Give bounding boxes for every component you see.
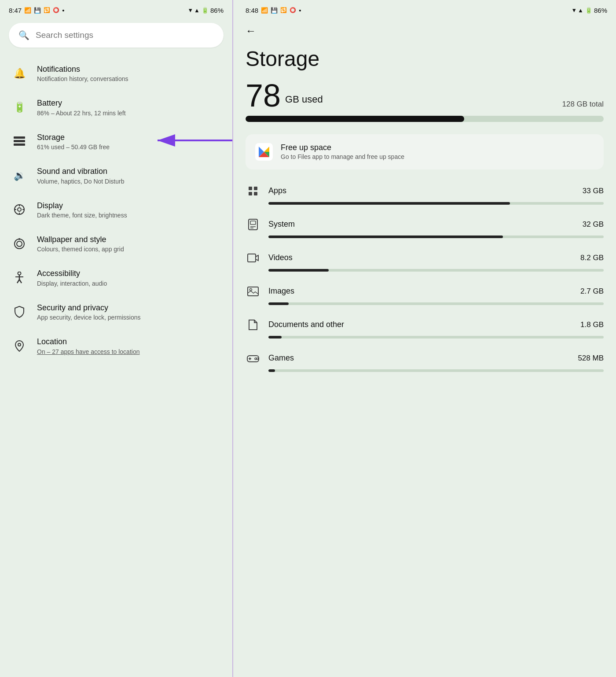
svg-point-11 xyxy=(17,241,22,247)
svg-rect-1 xyxy=(14,140,25,142)
right-status-left: 8:48 📶 💾 🔁 ⭕ • xyxy=(246,7,301,14)
wallpaper-text: Wallpaper and style Colours, themed icon… xyxy=(37,235,124,253)
storage-sub: 61% used – 50.49 GB free xyxy=(37,143,110,151)
documents-bar-fill xyxy=(268,336,282,338)
files-app-icon xyxy=(255,143,273,161)
svg-rect-29 xyxy=(250,221,256,224)
storage-title: Storage xyxy=(37,132,110,143)
images-row: Images 2.7 GB xyxy=(246,284,604,299)
system-label: System xyxy=(268,220,575,229)
storage-categories: Apps 33 GB System 32 GB xyxy=(233,177,616,677)
settings-item-accessibility[interactable]: Accessibility Display, interaction, audi… xyxy=(0,261,232,294)
svg-point-37 xyxy=(257,358,258,360)
sound-sub: Volume, haptics, Do Not Disturb xyxy=(37,178,124,185)
wifi-icon: ▾ xyxy=(189,6,192,14)
category-system[interactable]: System 32 GB xyxy=(246,211,604,244)
system-row: System 32 GB xyxy=(246,217,604,232)
svg-point-34 xyxy=(250,288,252,291)
svg-point-12 xyxy=(18,238,20,240)
security-sub: App security, device lock, permissions xyxy=(37,314,141,321)
right-battery-pct: 86% xyxy=(594,7,607,14)
wallpaper-title: Wallpaper and style xyxy=(37,235,124,245)
storage-text: Storage 61% used – 50.49 GB free xyxy=(37,132,110,151)
display-sub: Dark theme, font size, brightness xyxy=(37,212,127,219)
settings-item-wallpaper[interactable]: Wallpaper and style Colours, themed icon… xyxy=(0,227,232,261)
location-text: Location On – 27 apps have access to loc… xyxy=(37,337,139,355)
left-status-right: ▾ ▲ 🔋 86% xyxy=(189,6,224,14)
accessibility-title: Accessibility xyxy=(37,269,107,279)
battery-sub: 86% – About 22 hrs, 12 mins left xyxy=(37,110,126,117)
search-bar-container[interactable]: 🔍 xyxy=(9,23,224,48)
images-bar xyxy=(268,302,604,305)
svg-rect-32 xyxy=(248,254,256,262)
svg-rect-2 xyxy=(14,143,25,146)
games-icon xyxy=(246,351,260,366)
apps-bar xyxy=(268,202,604,205)
location-sub: On – 27 apps have access to location xyxy=(37,348,139,355)
storage-numbers: 78GB used xyxy=(246,80,323,111)
system-bar-fill xyxy=(268,235,503,238)
sound-title: Sound and vibration xyxy=(37,166,124,177)
documents-label: Documents and other xyxy=(268,320,572,329)
storage-progress-bar xyxy=(246,116,604,122)
storage-setting-icon xyxy=(12,136,26,146)
wallpaper-sub: Colours, themed icons, app grid xyxy=(37,246,124,253)
apps-row: Apps 33 GB xyxy=(246,184,604,199)
security-title: Security and privacy xyxy=(37,303,141,313)
right-dot-icon: • xyxy=(299,7,301,14)
images-icon xyxy=(246,284,260,299)
sound-text: Sound and vibration Volume, haptics, Do … xyxy=(37,166,124,184)
back-button[interactable]: ← xyxy=(233,18,616,40)
category-videos[interactable]: Videos 8.2 GB xyxy=(246,244,604,278)
left-status-bar: 8:47 📶 💾 🔁 ⭕ • ▾ ▲ 🔋 86% xyxy=(0,0,232,18)
category-apps[interactable]: Apps 33 GB xyxy=(246,177,604,211)
storage-used-row: 78GB used 128 GB total xyxy=(246,80,604,111)
apps-bar-fill xyxy=(268,202,510,205)
svg-rect-33 xyxy=(248,287,258,296)
videos-icon xyxy=(246,250,260,265)
settings-item-display[interactable]: Display Dark theme, font size, brightnes… xyxy=(0,193,232,227)
right-time: 8:48 xyxy=(246,7,258,14)
games-label: Games xyxy=(268,353,570,363)
storage-page-title: Storage xyxy=(246,48,604,71)
battery-title: Battery xyxy=(37,98,126,108)
svg-rect-24 xyxy=(249,187,252,190)
settings-item-sound[interactable]: 🔉 Sound and vibration Volume, haptics, D… xyxy=(0,158,232,192)
accessibility-sub: Display, interaction, audio xyxy=(37,280,107,287)
system-icon xyxy=(246,217,260,232)
battery-icon: 🔋 xyxy=(202,7,209,14)
svg-rect-27 xyxy=(254,192,257,195)
storage-progress-fill xyxy=(246,116,464,122)
search-input[interactable] xyxy=(36,30,214,40)
right-status-bar: 8:48 📶 💾 🔁 ⭕ • ▾ ▲ 🔋 86% xyxy=(233,0,616,18)
settings-item-security[interactable]: Security and privacy App security, devic… xyxy=(0,295,232,329)
left-time: 8:47 xyxy=(9,7,22,14)
right-signal-icon: ▲ xyxy=(578,7,583,14)
free-up-card[interactable]: Free up space Go to Files app to manage … xyxy=(246,134,604,169)
security-text: Security and privacy App security, devic… xyxy=(37,303,141,321)
sd-icon: 💾 xyxy=(34,7,41,14)
alarm-icon: 🔁 xyxy=(44,7,50,13)
security-icon xyxy=(12,305,26,318)
category-images[interactable]: Images 2.7 GB xyxy=(246,278,604,311)
category-documents[interactable]: Documents and other 1.8 GB xyxy=(246,311,604,345)
settings-item-location[interactable]: Location On – 27 apps have access to loc… xyxy=(0,329,232,363)
search-icon: 🔍 xyxy=(18,30,29,40)
right-alarm-icon: 🔁 xyxy=(280,7,287,13)
left-status-left: 8:47 📶 💾 🔁 ⭕ • xyxy=(9,7,64,14)
category-games[interactable]: Games 528 MB xyxy=(246,345,604,378)
display-text: Display Dark theme, font size, brightnes… xyxy=(37,201,127,219)
svg-line-16 xyxy=(17,280,19,283)
battery-text: Battery 86% – About 22 hrs, 12 mins left xyxy=(37,98,126,116)
free-up-text: Free up space Go to Files app to manage … xyxy=(281,143,404,160)
location-title: Location xyxy=(37,337,139,347)
system-bar xyxy=(268,235,604,238)
notifications-icon: 🔔 xyxy=(12,68,26,79)
svg-point-18 xyxy=(18,343,21,346)
accessibility-icon xyxy=(12,272,26,284)
settings-item-notifications[interactable]: 🔔 Notifications Notification history, co… xyxy=(0,56,232,90)
right-wifi-icon: ▾ xyxy=(572,6,576,14)
settings-item-battery[interactable]: 🔋 Battery 86% – About 22 hrs, 12 mins le… xyxy=(0,90,232,124)
left-panel: 8:47 📶 💾 🔁 ⭕ • ▾ ▲ 🔋 86% 🔍 🔔 Notificatio… xyxy=(0,0,233,677)
settings-item-storage[interactable]: Storage 61% used – 50.49 GB free xyxy=(0,125,232,158)
